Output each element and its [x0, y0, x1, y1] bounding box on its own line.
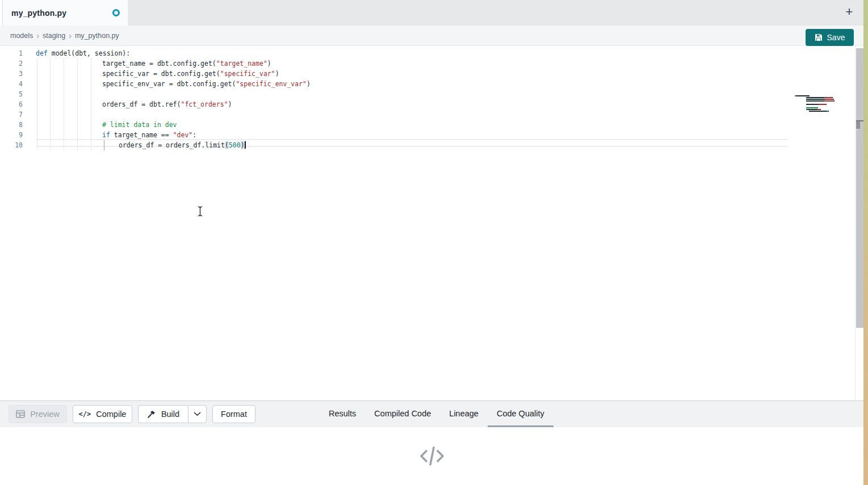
- minimap-segment: [806, 107, 818, 108]
- minimap-line: [806, 102, 835, 103]
- build-button[interactable]: Build: [138, 405, 188, 423]
- indent-guide: [77, 58, 78, 69]
- unsaved-indicator-dot[interactable]: [112, 9, 120, 16]
- indent-guide: [37, 79, 37, 89]
- line-number[interactable]: 10: [0, 140, 23, 150]
- code-token: ): [228, 100, 232, 108]
- plus-icon: +: [846, 5, 853, 19]
- ide-main: my_python.py + models › staging › my_pyt…: [0, 0, 863, 485]
- minimap-line: [795, 95, 835, 96]
- line-number[interactable]: 6: [0, 99, 23, 109]
- indent-guide: [50, 109, 51, 120]
- code-token: specific_env_var = dbt.config.get(: [102, 80, 236, 88]
- breadcrumb-staging[interactable]: staging: [43, 32, 65, 40]
- hammer-icon: [147, 410, 156, 419]
- tab-compiled-code-label: Compiled Code: [374, 409, 431, 418]
- indent-guide: [64, 89, 64, 99]
- minimap-line: [806, 97, 835, 98]
- indent-guide: [37, 99, 37, 109]
- indent-guide: [37, 89, 37, 99]
- minimap-segment: [807, 109, 817, 110]
- indent-guide: [77, 120, 78, 130]
- minimap-segment: [809, 111, 826, 112]
- file-tab-my-python[interactable]: my_python.py: [3, 0, 128, 26]
- code-token: # limit data in dev: [102, 121, 177, 129]
- ide-window: my_python.py + models › staging › my_pyt…: [0, 0, 868, 485]
- code-token: ): [241, 141, 245, 149]
- indent-guide: [91, 109, 91, 120]
- minimap-segment: [834, 100, 835, 102]
- build-options-dropdown-button[interactable]: [188, 405, 207, 423]
- line-number[interactable]: 8: [0, 120, 23, 130]
- line-number[interactable]: 2: [0, 58, 23, 69]
- code-token: orders_df = dbt.ref(: [102, 100, 181, 108]
- minimap-segment: [832, 97, 833, 98]
- line-number[interactable]: 5: [0, 89, 23, 99]
- table-grid-icon: [16, 410, 25, 418]
- minimap[interactable]: [795, 95, 835, 112]
- indent-guide: [37, 58, 37, 69]
- breadcrumb-file[interactable]: my_python.py: [75, 32, 119, 40]
- code-line[interactable]: 1def model(dbt, session):: [0, 48, 863, 58]
- code-token: if: [102, 131, 110, 139]
- code-token: ): [267, 60, 271, 68]
- format-button[interactable]: Format: [212, 405, 255, 423]
- tab-results[interactable]: Results: [320, 401, 365, 427]
- preview-button-label: Preview: [30, 410, 60, 419]
- new-tab-button[interactable]: +: [842, 5, 857, 19]
- code-line[interactable]: 4specific_env_var = dbt.config.get("spec…: [0, 79, 863, 89]
- tab-lineage-label: Lineage: [449, 409, 479, 418]
- mouse-ibeam-cursor-icon: [197, 206, 203, 219]
- code-line[interactable]: 3specific_var = dbt.config.get("specific…: [0, 69, 863, 79]
- panel-empty-state: [0, 427, 863, 485]
- code-text: # limit data in dev: [36, 120, 177, 130]
- code-token: (: [225, 141, 229, 149]
- line-number[interactable]: 7: [0, 109, 23, 120]
- code-line[interactable]: 8# limit data in dev: [0, 120, 863, 130]
- code-line[interactable]: 2target_name = dbt.config.get("target_na…: [0, 58, 863, 69]
- indent-guide: [91, 89, 91, 99]
- code-line[interactable]: 7: [0, 109, 863, 120]
- save-button[interactable]: Save: [806, 29, 854, 46]
- code-line[interactable]: 5: [0, 89, 863, 99]
- minimap-segment: [806, 97, 824, 98]
- code-editor[interactable]: 1def model(dbt, session):2target_name = …: [0, 46, 863, 400]
- minimap-line: [806, 104, 835, 105]
- minimap-line: [809, 111, 835, 112]
- code-slash-icon: [419, 445, 445, 467]
- bottom-toolbar: Preview </> Compile Build: [0, 401, 863, 427]
- code-text: target_name = dbt.config.get("target_nam…: [36, 58, 271, 69]
- chevron-right-icon: ›: [36, 31, 39, 40]
- line-number[interactable]: 1: [0, 48, 23, 58]
- code-token: model(dbt, session):: [48, 49, 130, 57]
- tab-lineage[interactable]: Lineage: [440, 401, 488, 427]
- tab-code-quality[interactable]: Code Quality: [488, 401, 553, 427]
- editor-scrollbar[interactable]: [856, 48, 863, 328]
- preview-button[interactable]: Preview: [9, 405, 67, 423]
- breadcrumb-models[interactable]: models: [10, 32, 33, 40]
- breadcrumb-bar: models › staging › my_python.py Save: [0, 26, 863, 46]
- line-number[interactable]: 3: [0, 69, 23, 79]
- desktop-edge-strip: [863, 0, 868, 485]
- code-text: [36, 109, 102, 120]
- compile-button[interactable]: </> Compile: [73, 405, 132, 423]
- indent-guide: [37, 120, 37, 130]
- indent-guide: [77, 140, 78, 150]
- tab-compiled-code[interactable]: Compiled Code: [365, 401, 440, 427]
- minimap-segment: [824, 97, 832, 98]
- minimap-line: [806, 100, 835, 102]
- indent-guide: [77, 109, 78, 120]
- indent-guide: [64, 130, 64, 140]
- minimap-segment: [806, 104, 819, 105]
- code-line[interactable]: 6orders_df = dbt.ref("fct_orders"): [0, 99, 863, 109]
- code-line[interactable]: 10orders_df = orders_df.limit(500): [0, 140, 863, 150]
- bottom-tabs: Results Compiled Code Lineage Code Quali…: [320, 401, 553, 427]
- line-number[interactable]: 9: [0, 130, 23, 140]
- code-line[interactable]: 9if target_name == "dev":: [0, 130, 863, 140]
- minimap-segment: [819, 104, 826, 105]
- indent-guide: [64, 99, 64, 109]
- line-number[interactable]: 4: [0, 79, 23, 89]
- compile-button-label: Compile: [96, 410, 126, 419]
- indent-guide: [91, 99, 91, 109]
- indent-guide: [50, 99, 51, 109]
